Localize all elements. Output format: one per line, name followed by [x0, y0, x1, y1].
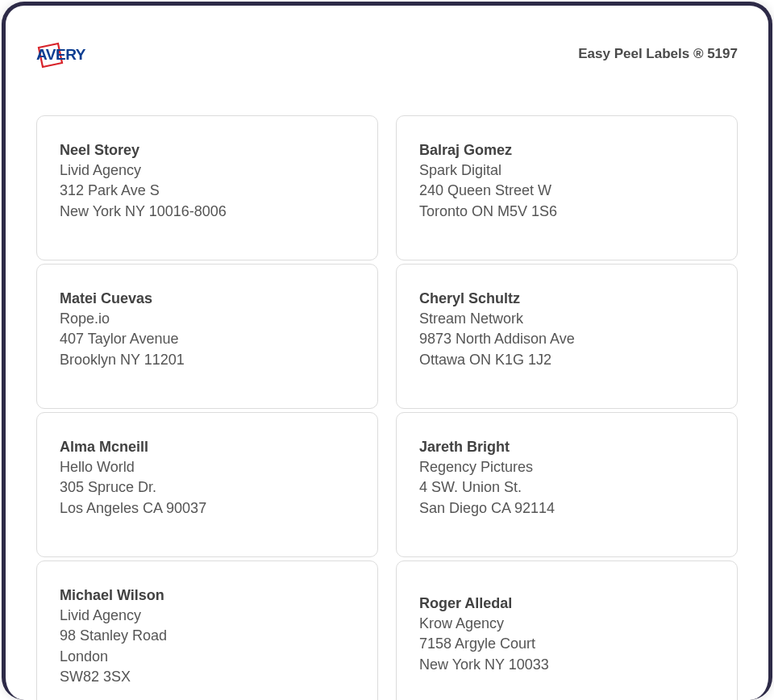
recipient-street: 9873 North Addison Ave: [419, 329, 714, 349]
recipient-company: Spark Digital: [419, 160, 714, 181]
recipient-name: Michael Wilson: [60, 585, 355, 606]
avery-logo: AVERY: [36, 38, 113, 70]
recipient-name: Roger Alledal: [419, 594, 714, 614]
recipient-name: Balraj Gomez: [419, 140, 714, 160]
recipient-company: Hello World: [60, 457, 355, 477]
recipient-company: Livid Agency: [60, 606, 355, 626]
address-label: Balraj Gomez Spark Digital 240 Queen Str…: [396, 115, 738, 260]
recipient-street: 305 Spruce Dr.: [60, 477, 355, 498]
recipient-company: Regency Pictures: [419, 457, 714, 477]
recipient-city: Los Angeles CA 90037: [60, 498, 355, 519]
recipient-name: Cheryl Schultz: [419, 289, 714, 309]
recipient-company: Stream Network: [419, 309, 714, 329]
label-sheet: AVERY Easy Peel Labels ® 5197 Neel Store…: [2, 2, 772, 700]
address-label: Matei Cuevas Rope.io 407 Taylor Avenue B…: [36, 264, 378, 409]
recipient-street: 407 Taylor Avenue: [60, 329, 355, 349]
recipient-street: 240 Queen Street W: [419, 181, 714, 201]
address-label: Roger Alledal Krow Agency 7158 Argyle Co…: [396, 560, 738, 700]
address-label: Michael Wilson Livid Agency 98 Stanley R…: [36, 560, 378, 700]
recipient-company: Livid Agency: [60, 160, 355, 181]
address-label: Jareth Bright Regency Pictures 4 SW. Uni…: [396, 412, 738, 557]
svg-text:AVERY: AVERY: [36, 46, 86, 63]
recipient-name: Matei Cuevas: [60, 289, 355, 309]
recipient-street: 7158 Argyle Court: [419, 634, 714, 654]
address-label: Neel Storey Livid Agency 312 Park Ave S …: [36, 115, 378, 260]
recipient-city: London: [60, 647, 355, 667]
recipient-street: 98 Stanley Road: [60, 626, 355, 646]
recipient-city: New York NY 10016-8006: [60, 202, 355, 222]
recipient-city: Brooklyn NY 11201: [60, 350, 355, 370]
recipient-name: Alma Mcneill: [60, 437, 355, 457]
address-label: Alma Mcneill Hello World 305 Spruce Dr. …: [36, 412, 378, 557]
recipient-name: Jareth Bright: [419, 437, 714, 457]
header: AVERY Easy Peel Labels ® 5197: [36, 38, 738, 70]
labels-grid: Neel Storey Livid Agency 312 Park Ave S …: [36, 115, 738, 700]
recipient-city: Toronto ON M5V 1S6: [419, 202, 714, 222]
recipient-extra: SW82 3SX: [60, 667, 355, 687]
recipient-city: Ottawa ON K1G 1J2: [419, 350, 714, 370]
recipient-city: San Diego CA 92114: [419, 498, 714, 519]
recipient-street: 312 Park Ave S: [60, 181, 355, 201]
recipient-company: Krow Agency: [419, 614, 714, 634]
recipient-name: Neel Storey: [60, 140, 355, 160]
recipient-city: New York NY 10033: [419, 655, 714, 675]
address-label: Cheryl Schultz Stream Network 9873 North…: [396, 264, 738, 409]
recipient-company: Rope.io: [60, 309, 355, 329]
product-label: Easy Peel Labels ® 5197: [578, 46, 738, 62]
recipient-street: 4 SW. Union St.: [419, 477, 714, 498]
